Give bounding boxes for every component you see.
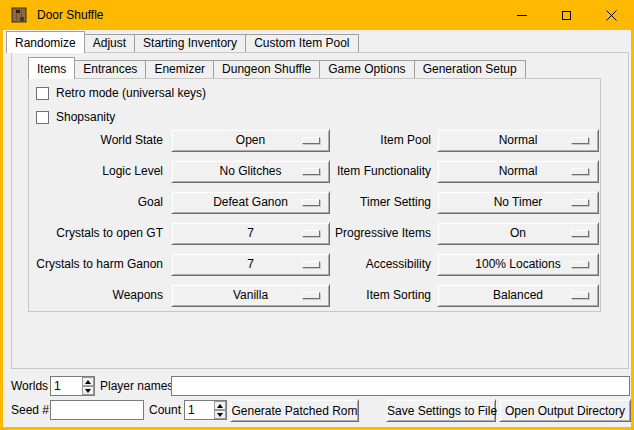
worlds-spin-down-button[interactable] xyxy=(82,386,94,395)
tab-adjust[interactable]: Adjust xyxy=(84,34,135,52)
arrow-down-icon xyxy=(217,413,223,417)
player-names-input[interactable] xyxy=(171,376,630,396)
player-names-label: Player names xyxy=(100,376,173,396)
count-spin-down-button[interactable] xyxy=(214,410,226,419)
count-spinbox xyxy=(184,400,227,420)
dropdown-indicator-icon xyxy=(571,292,589,299)
progressive-items-dropdown[interactable]: On xyxy=(437,222,599,245)
timer-setting-label: Timer Setting xyxy=(303,191,431,214)
tab-game-options[interactable]: Game Options xyxy=(319,60,414,78)
minimize-button[interactable] xyxy=(499,0,544,30)
arrow-down-icon xyxy=(85,389,91,393)
retro-mode-row: Retro mode (universal keys) xyxy=(36,86,206,100)
logic-level-label: Logic Level xyxy=(31,160,163,183)
title-bar: Door Shuffle xyxy=(0,0,634,30)
dropdown-indicator-icon xyxy=(571,168,589,175)
progressive-items-label: Progressive Items xyxy=(303,222,431,245)
seed-input[interactable] xyxy=(50,400,144,420)
sub-tab-bar: Items Entrances Enemizer Dungeon Shuffle… xyxy=(28,57,525,79)
accessibility-dropdown[interactable]: 100% Locations xyxy=(437,253,599,276)
count-input[interactable] xyxy=(185,401,213,419)
tab-custom-item-pool[interactable]: Custom Item Pool xyxy=(245,34,358,52)
world-state-label: World State xyxy=(31,129,163,152)
item-functionality-label: Item Functionality xyxy=(303,160,431,183)
window-title: Door Shuffle xyxy=(37,8,104,22)
close-button[interactable] xyxy=(589,0,634,30)
tab-randomize[interactable]: Randomize xyxy=(6,31,85,53)
generate-patched-rom-button[interactable]: Generate Patched Rom xyxy=(230,399,359,422)
item-sorting-label: Item Sorting xyxy=(303,284,431,307)
maximize-button[interactable] xyxy=(544,0,589,30)
seed-label: Seed # xyxy=(11,400,49,420)
dropdown-indicator-icon xyxy=(571,230,589,237)
dropdown-indicator-icon xyxy=(571,137,589,144)
count-label: Count xyxy=(149,400,181,420)
tab-entrances[interactable]: Entrances xyxy=(74,60,146,78)
minimize-icon xyxy=(517,15,527,16)
count-spin-up-button[interactable] xyxy=(214,401,226,410)
tab-enemizer[interactable]: Enemizer xyxy=(145,60,214,78)
maximize-icon xyxy=(562,11,571,20)
shopsanity-label: Shopsanity xyxy=(56,110,115,124)
accessibility-label: Accessibility xyxy=(303,253,431,276)
tab-dungeon-shuffle[interactable]: Dungeon Shuffle xyxy=(213,60,320,78)
item-pool-dropdown[interactable]: Normal xyxy=(437,129,599,152)
dropdown-indicator-icon xyxy=(571,199,589,206)
item-functionality-dropdown[interactable]: Normal xyxy=(437,160,599,183)
timer-setting-dropdown[interactable]: No Timer xyxy=(437,191,599,214)
item-pool-label: Item Pool xyxy=(303,129,431,152)
worlds-spinbox xyxy=(50,376,95,396)
tab-starting-inventory[interactable]: Starting Inventory xyxy=(134,34,246,52)
goal-label: Goal xyxy=(31,191,163,214)
arrow-up-icon xyxy=(85,380,91,384)
tab-generation-setup[interactable]: Generation Setup xyxy=(414,60,526,78)
shopsanity-checkbox[interactable] xyxy=(36,111,49,124)
weapons-label: Weapons xyxy=(31,284,163,307)
retro-mode-label: Retro mode (universal keys) xyxy=(56,86,206,100)
arrow-up-icon xyxy=(217,404,223,408)
worlds-label: Worlds xyxy=(11,376,48,396)
door-shuffle-window: Door Shuffle Randomize Adjust Starting I… xyxy=(0,0,634,430)
tab-items[interactable]: Items xyxy=(28,57,75,79)
caption-buttons xyxy=(499,0,634,30)
crystals-open-gt-label: Crystals to open GT xyxy=(31,222,163,245)
app-door-icon xyxy=(11,7,27,23)
save-settings-button[interactable]: Save Settings to File xyxy=(386,399,496,422)
open-output-directory-button[interactable]: Open Output Directory xyxy=(499,399,631,422)
worlds-input[interactable] xyxy=(51,377,81,395)
shopsanity-row: Shopsanity xyxy=(36,110,115,124)
worlds-spin-up-button[interactable] xyxy=(82,377,94,386)
retro-mode-checkbox[interactable] xyxy=(36,87,49,100)
dropdown-indicator-icon xyxy=(571,261,589,268)
item-sorting-dropdown[interactable]: Balanced xyxy=(437,284,599,307)
close-icon xyxy=(606,10,617,21)
main-tab-bar: Randomize Adjust Starting Inventory Cust… xyxy=(6,31,358,53)
crystals-harm-ganon-label: Crystals to harm Ganon xyxy=(31,253,163,276)
